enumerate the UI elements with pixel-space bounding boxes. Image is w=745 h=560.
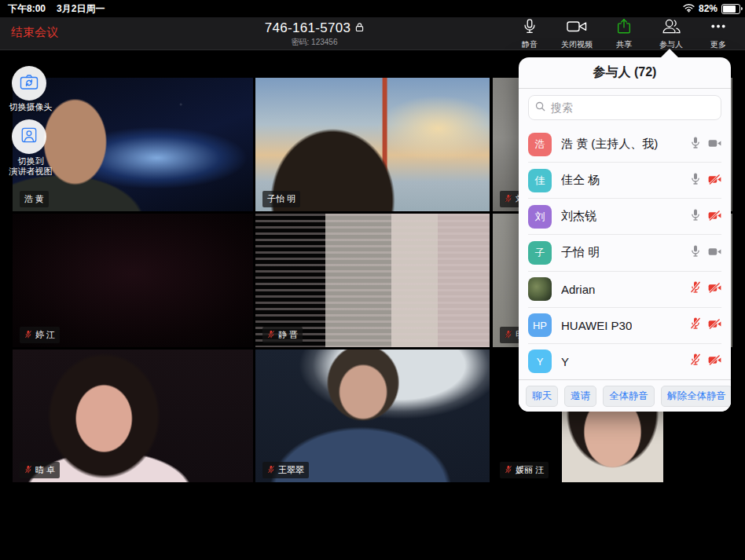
meeting-id: 746-161-5703 (265, 20, 350, 36)
more-label: 更多 (710, 39, 726, 50)
mute-button[interactable]: 静音 (506, 17, 553, 49)
video-tile[interactable]: 晴 卓 (13, 350, 253, 482)
participant-nametag: 婷 江 (20, 327, 60, 343)
mute-label: 静音 (522, 39, 538, 50)
speaker-view-label-line1: 切换到 (0, 156, 61, 167)
stop-video-label: 关闭视频 (561, 39, 593, 50)
avatar: HP (528, 313, 552, 337)
mic-on-icon (690, 137, 701, 152)
participant-row[interactable]: Y Y (528, 343, 721, 379)
battery-icon (721, 4, 740, 14)
speaker-view-label: 切换到 演讲者视图 (0, 156, 61, 177)
participants-list: 浩 浩 黄 (主持人、我) 佳 佳仝 杨 刘 刘杰锐 (519, 126, 731, 379)
muted-mic-icon (24, 330, 32, 341)
meeting-password: 密码: 123456 (212, 37, 417, 48)
participant-row[interactable]: 刘 刘杰锐 (528, 198, 721, 234)
camera-off-icon (708, 282, 721, 296)
mute-all-button[interactable]: 全体静音 (603, 386, 655, 407)
video-tile[interactable]: 王翠翠 (255, 350, 490, 482)
unmute-all-button[interactable]: 解除全体静音 (661, 386, 731, 407)
search-input[interactable] (549, 101, 714, 115)
participant-name: Y (561, 355, 569, 368)
participant-row[interactable]: 子 子怡 明 (528, 234, 721, 270)
muted-mic-icon (505, 465, 512, 476)
participant-row[interactable]: HP HUAWEI P30 (528, 307, 721, 343)
invite-button[interactable]: 邀请 (564, 386, 596, 407)
meeting-info[interactable]: 746-161-5703 密码: 123456 (212, 20, 417, 48)
switch-camera-button[interactable] (12, 66, 46, 101)
camera-off-icon (708, 210, 721, 224)
muted-mic-icon (24, 465, 32, 476)
meeting-toolbar: 结束会议 746-161-5703 密码: 123456 静音 关 (0, 17, 745, 50)
end-meeting-button[interactable]: 结束会议 (11, 25, 58, 40)
muted-mic-icon (505, 194, 512, 205)
camera-on-icon (708, 137, 721, 152)
microphone-icon (521, 17, 538, 38)
mic-on-icon (690, 209, 701, 225)
search-icon (535, 101, 545, 115)
mic-on-icon (690, 245, 701, 261)
participant-name: 佳仝 杨 (561, 173, 600, 188)
panel-footer: 聊天 邀请 全体静音 解除全体静音 (519, 379, 731, 412)
tile-name: 媛丽 汪 (516, 464, 544, 476)
switch-camera-label: 切换摄像头 (0, 102, 61, 112)
camera-on-icon (708, 246, 721, 260)
tile-name: 晴 卓 (35, 464, 55, 476)
video-tile[interactable]: 静 晋 (255, 214, 490, 347)
avatar: 子 (528, 241, 552, 265)
participant-name: 刘杰锐 (561, 209, 596, 224)
avatar: Y (528, 350, 552, 373)
tile-name: 浩 黄 (24, 193, 44, 205)
camera-icon (567, 17, 587, 38)
share-icon (615, 17, 633, 38)
video-tile[interactable]: 浩 黄 (13, 78, 253, 211)
camera-off-icon (708, 318, 721, 332)
status-date: 3月2日周一 (57, 2, 105, 16)
participants-panel-title: 参与人 (72) (519, 57, 731, 89)
meeting-screen: 下午8:00 3月2日周一 82% 结束会议 746-161-5703 密码: … (0, 0, 745, 560)
chat-button[interactable]: 聊天 (526, 386, 558, 407)
participant-nametag: 媛丽 汪 (500, 462, 549, 478)
muted-mic-icon (505, 330, 512, 341)
avatar: 浩 (528, 133, 552, 156)
mic-muted-icon (690, 353, 701, 369)
participant-nametag: 静 晋 (262, 327, 303, 343)
stop-video-button[interactable]: 关闭视频 (553, 17, 600, 49)
status-time: 下午8:00 (8, 2, 46, 16)
participants-panel: 参与人 (72) 浩 浩 黄 (主持人、我) 佳 佳仝 杨 (519, 57, 731, 412)
mic-on-icon (690, 173, 701, 188)
participant-row[interactable]: 浩 浩 黄 (主持人、我) (528, 126, 721, 162)
participant-row[interactable]: Adrian (528, 271, 721, 307)
muted-mic-icon (267, 330, 275, 341)
more-icon (709, 17, 728, 38)
tile-name: 子怡 明 (267, 193, 295, 205)
speaker-view-label-line2: 演讲者视图 (0, 167, 61, 177)
avatar: 佳 (528, 169, 552, 192)
video-tile[interactable]: 婷 江 (13, 214, 253, 347)
participant-row[interactable]: 佳 佳仝 杨 (528, 162, 721, 198)
wifi-icon (683, 3, 695, 15)
participants-icon (661, 17, 682, 38)
participant-nametag: 子怡 明 (262, 191, 300, 207)
mic-muted-icon (690, 317, 701, 333)
speaker-view-button[interactable] (12, 119, 46, 154)
search-box[interactable] (528, 95, 721, 120)
share-button[interactable]: 共享 (600, 17, 648, 49)
mic-muted-icon (690, 281, 701, 297)
camera-off-icon (708, 174, 721, 188)
video-tile[interactable]: 子怡 明 (255, 78, 490, 211)
participant-nametag: 晴 卓 (20, 462, 60, 478)
status-bar: 下午8:00 3月2日周一 82% (0, 0, 745, 17)
participant-name: Adrian (561, 283, 595, 296)
participants-button[interactable]: 参与人 (648, 17, 695, 49)
avatar-photo (528, 277, 552, 301)
share-label: 共享 (616, 39, 632, 50)
tile-name: 静 晋 (278, 329, 298, 341)
tile-name: 婷 江 (35, 329, 55, 341)
tile-name: 王翠翠 (278, 464, 304, 476)
participant-name: 浩 黄 (主持人、我) (561, 137, 658, 152)
participant-nametag: 王翠翠 (262, 462, 309, 478)
avatar: 刘 (528, 205, 552, 229)
lock-icon (355, 20, 364, 36)
more-button[interactable]: 更多 (695, 17, 742, 49)
